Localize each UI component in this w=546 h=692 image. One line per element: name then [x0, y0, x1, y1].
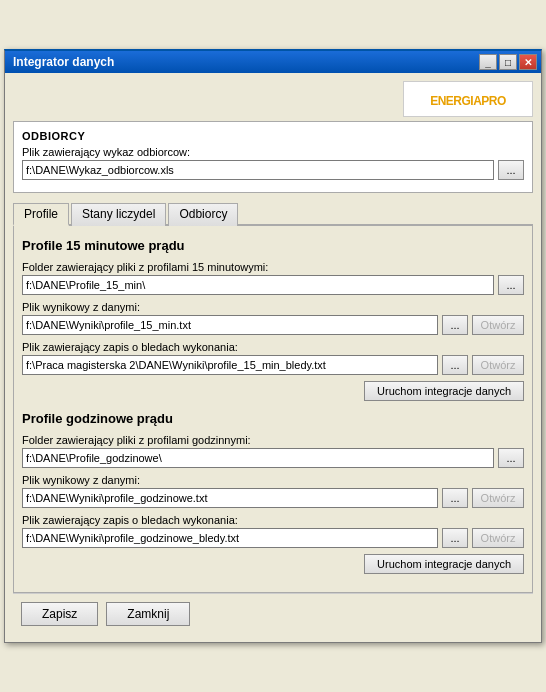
section2-errors-row: ... Otwórz [22, 528, 524, 548]
section1-errors-open-button[interactable]: Otwórz [472, 355, 524, 375]
logo-text-part2: PRO [481, 94, 506, 108]
section1-errors-block: Plik zawierający zapis o bledach wykonan… [22, 341, 524, 375]
section1-output-block: Plik wynikowy z danymi: ... Otwórz [22, 301, 524, 335]
odbiorcy-group: ODBIORCY Plik zawierający wykaz odbiorco… [13, 121, 533, 193]
section2-folder-browse-button[interactable]: ... [498, 448, 524, 468]
section2-output-input[interactable] [22, 488, 438, 508]
section2-folder-label: Folder zawierający pliki z profilami god… [22, 434, 524, 446]
section2-output-label: Plik wynikowy z danymi: [22, 474, 524, 486]
odbiorcy-legend: ODBIORCY [22, 130, 524, 142]
odbiorcy-field-row: ... [22, 160, 524, 180]
tabs: Profile Stany liczydel Odbiorcy [13, 201, 533, 226]
section2-errors-label: Plik zawierający zapis o bledach wykonan… [22, 514, 524, 526]
section2-run-button[interactable]: Uruchom integracje danych [364, 554, 524, 574]
section1-run-button[interactable]: Uruchom integracje danych [364, 381, 524, 401]
window-title: Integrator danych [9, 55, 114, 69]
section1-folder-row: ... [22, 275, 524, 295]
save-button[interactable]: Zapisz [21, 602, 98, 626]
section1-output-browse-button[interactable]: ... [442, 315, 468, 335]
section2-errors-input[interactable] [22, 528, 438, 548]
title-controls: _ □ ✕ [479, 54, 537, 70]
section2-errors-block: Plik zawierający zapis o bledach wykonan… [22, 514, 524, 548]
bottom-bar: Zapisz Zamknij [13, 593, 533, 634]
logo: ENERGIAPRO [403, 81, 533, 117]
odbiorcy-field-label: Plik zawierający wykaz odbiorcow: [22, 146, 524, 158]
section2-output-browse-button[interactable]: ... [442, 488, 468, 508]
section2-folder-input[interactable] [22, 448, 494, 468]
tab-odbiorcy[interactable]: Odbiorcy [168, 203, 238, 226]
section2-errors-open-button[interactable]: Otwórz [472, 528, 524, 548]
section2-folder-block: Folder zawierający pliki z profilami god… [22, 434, 524, 468]
odbiorcy-file-input[interactable] [22, 160, 494, 180]
section1-run-row: Uruchom integracje danych [22, 381, 524, 401]
main-window: Integrator danych _ □ ✕ ENERGIAPRO ODBIO… [4, 49, 542, 643]
odbiorcy-browse-button[interactable]: ... [498, 160, 524, 180]
section1-errors-row: ... Otwórz [22, 355, 524, 375]
section2-run-row: Uruchom integracje danych [22, 554, 524, 574]
close-button[interactable]: ✕ [519, 54, 537, 70]
section2-title: Profile godzinowe prądu [22, 411, 524, 426]
section2-errors-browse-button[interactable]: ... [442, 528, 468, 548]
header-area: ENERGIAPRO [13, 81, 533, 117]
logo-text-part1: ENERGIA [430, 94, 481, 108]
section1-output-row: ... Otwórz [22, 315, 524, 335]
scrollable-content: Profile 15 minutowe prądu Folder zawiera… [22, 234, 524, 584]
maximize-button[interactable]: □ [499, 54, 517, 70]
title-bar: Integrator danych _ □ ✕ [5, 51, 541, 73]
section1-folder-browse-button[interactable]: ... [498, 275, 524, 295]
section2-folder-row: ... [22, 448, 524, 468]
section1-errors-browse-button[interactable]: ... [442, 355, 468, 375]
section1-folder-block: Folder zawierający pliki z profilami 15 … [22, 261, 524, 295]
main-content: Profile 15 minutowe prądu Folder zawiera… [13, 226, 533, 593]
section1-title: Profile 15 minutowe prądu [22, 238, 524, 253]
window-body: ENERGIAPRO ODBIORCY Plik zawierający wyk… [5, 73, 541, 642]
close-dialog-button[interactable]: Zamknij [106, 602, 190, 626]
section1-folder-label: Folder zawierający pliki z profilami 15 … [22, 261, 524, 273]
section2-output-block: Plik wynikowy z danymi: ... Otwórz [22, 474, 524, 508]
section1-output-input[interactable] [22, 315, 438, 335]
section1-errors-label: Plik zawierający zapis o bledach wykonan… [22, 341, 524, 353]
section1-folder-input[interactable] [22, 275, 494, 295]
section1-output-label: Plik wynikowy z danymi: [22, 301, 524, 313]
section1-output-open-button[interactable]: Otwórz [472, 315, 524, 335]
logo-text: ENERGIAPRO [430, 91, 506, 108]
minimize-button[interactable]: _ [479, 54, 497, 70]
section1-errors-input[interactable] [22, 355, 438, 375]
section2-output-open-button[interactable]: Otwórz [472, 488, 524, 508]
tab-stany[interactable]: Stany liczydel [71, 203, 166, 226]
section2-output-row: ... Otwórz [22, 488, 524, 508]
tab-profile[interactable]: Profile [13, 203, 69, 226]
